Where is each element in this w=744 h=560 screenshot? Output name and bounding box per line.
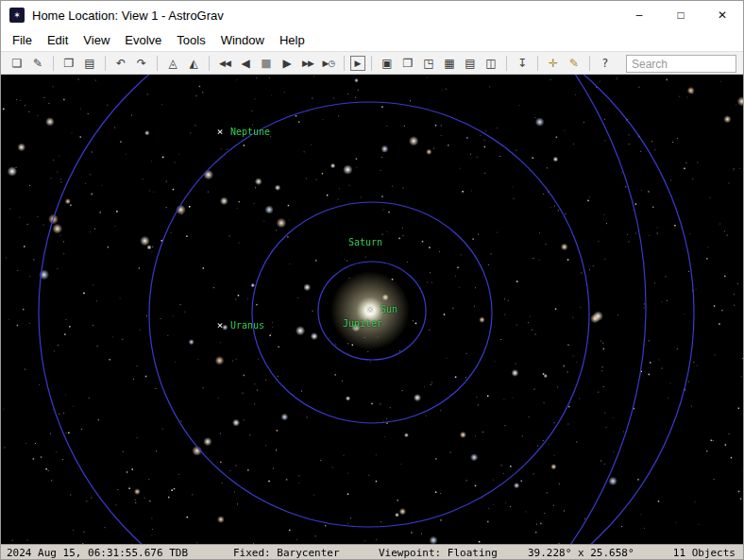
download-ephemeris-icon[interactable]: ↧ [513,54,532,73]
redo-icon[interactable]: ↷ [132,54,151,73]
preferences-icon[interactable]: ✛ [544,54,563,73]
evolve-backward-icon[interactable]: ◀ [236,54,255,73]
toolbar-separator [344,56,345,71]
evolve-backward-fast-icon[interactable]: ◀◀ [215,54,234,73]
menu-evolve[interactable]: Evolve [117,31,169,49]
minimize-button[interactable]: – [618,1,660,29]
evolve-forward-icon[interactable]: ▶ [278,54,296,73]
toolbar-separator [371,56,372,71]
toolbar-separator [589,56,590,71]
toolbar-separator [537,56,538,71]
close-button[interactable]: ✕ [702,1,743,29]
menu-help[interactable]: Help [272,31,313,49]
menu-file[interactable]: File [5,31,40,49]
chart-view-icon[interactable]: ▣ [378,54,397,73]
toolbar-separator [209,56,210,71]
status-reference-frame: Fixed: Barycenter [233,547,340,559]
add-object-icon[interactable]: ◬ [163,54,182,73]
menu-view[interactable]: View [76,31,117,49]
export-icon[interactable]: ❐ [59,54,78,73]
saturn-label[interactable]: Saturn [348,237,382,247]
search-input[interactable] [626,55,736,73]
new-simulation-icon[interactable]: ❏ [8,54,26,73]
maximize-button[interactable]: □ [660,1,702,29]
app-icon: ✶ [9,8,25,23]
uranus-marker[interactable]: × [217,319,224,331]
status-field-of-view: 39.228° x 25.658° [528,547,634,559]
menu-tools[interactable]: Tools [169,31,212,49]
view-3d-icon[interactable]: ◳ [419,54,438,73]
uranus-label[interactable]: Uranus [230,320,264,331]
toolbar-separator [53,56,54,71]
new-window-icon[interactable]: ❐ [398,54,417,73]
menu-bar: FileEditViewEvolveToolsWindowHelp [1,29,743,51]
menu-edit[interactable]: Edit [40,31,76,49]
edit-object-icon[interactable]: ◭ [184,54,203,73]
jupiter-label[interactable]: Jupiter [343,318,382,329]
orbit-path [1,75,646,544]
animation-icon[interactable]: ▶ [350,56,365,71]
object-details-icon[interactable]: ▤ [461,54,480,73]
print-icon[interactable]: ▤ [80,54,99,73]
menu-window[interactable]: Window [213,31,272,49]
undo-icon[interactable]: ↶ [111,54,130,73]
window-controls: – □ ✕ [618,1,743,29]
edit-simulation-icon[interactable]: ✎ [28,54,47,73]
sun-label[interactable]: Sun [380,304,397,314]
toolbar-separator [105,56,106,71]
title-bar[interactable]: ✶ Home Location: View 1 - AstroGrav – □ … [1,1,743,29]
viewport[interactable]: ×NeptuneSaturn×UranusJupiter×Sun [1,75,744,544]
status-time: 2024 Aug 15, 06:31:55.676 TDB [7,547,188,559]
status-viewpoint: Viewpoint: Floating [379,547,498,559]
toolbar: ❏✎❐▤↶↷◬◭◀◀◀■▶▶▶▶◷▶▣❐◳▦▤◫↧✛✎? [1,51,743,75]
sun-marker[interactable]: × [367,303,374,315]
help-icon[interactable]: ? [596,54,615,73]
tile-windows-icon[interactable]: ◫ [482,54,500,73]
neptune-label[interactable]: Neptune [230,127,270,137]
evolve-to-time-icon[interactable]: ▶◷ [319,54,338,73]
stop-icon[interactable]: ■ [257,54,276,73]
evolve-forward-fast-icon[interactable]: ▶▶ [298,54,317,73]
notes-icon[interactable]: ✎ [565,54,583,73]
astrograv-window: ✶ Home Location: View 1 - AstroGrav – □ … [0,0,744,560]
view-table-icon[interactable]: ▦ [440,54,459,73]
toolbar-separator [506,56,507,71]
toolbar-separator [157,56,158,71]
neptune-marker[interactable]: × [217,126,224,138]
window-title: Home Location: View 1 - AstroGrav [32,8,224,23]
status-object-count: 11 Objects [673,547,736,559]
toolbar-icons: ❏✎❐▤↶↷◬◭◀◀◀■▶▶▶▶◷▶▣❐◳▦▤◫↧✛✎? [7,52,616,74]
status-bar: 2024 Aug 15, 06:31:55.676 TDB Fixed: Bar… [1,544,743,560]
